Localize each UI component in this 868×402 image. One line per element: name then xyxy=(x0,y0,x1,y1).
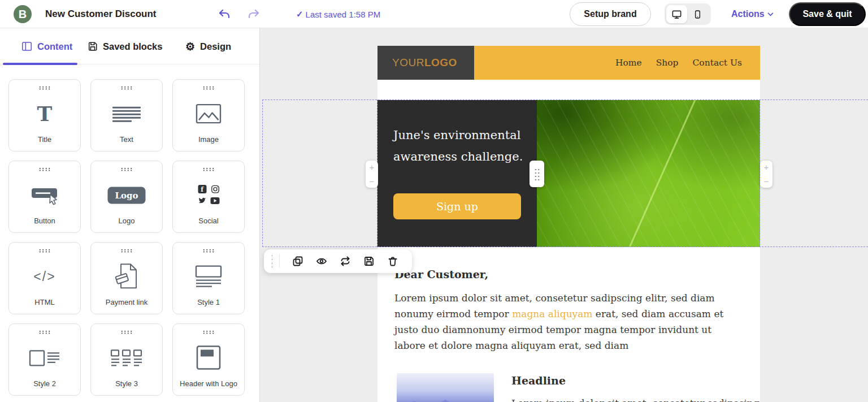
instagram-icon xyxy=(211,185,219,193)
increase-button[interactable]: + xyxy=(764,163,769,171)
hero-text-column: June's environmental awareness challenge… xyxy=(377,100,537,247)
style-2-icon xyxy=(29,348,60,368)
check-icon: ✓ xyxy=(296,9,303,19)
chevron-down-icon xyxy=(767,12,774,16)
nav-link-home[interactable]: Home xyxy=(615,58,642,68)
tab-content[interactable]: Content xyxy=(21,28,72,64)
drag-dots-icon xyxy=(120,249,133,253)
email-canvas: YOURLOGO Home Shop Contact Us June's env… xyxy=(260,28,868,402)
device-preview-toggle xyxy=(665,3,711,25)
block-label: Logo xyxy=(91,217,162,225)
save-quit-button[interactable]: Save & quit xyxy=(789,2,866,26)
email-brand-logo[interactable]: YOURLOGO xyxy=(377,46,474,80)
block-card-style-2[interactable]: Style 2 xyxy=(8,323,81,396)
logo-icon: Logo xyxy=(107,187,145,204)
setup-brand-button[interactable]: Setup brand xyxy=(570,2,651,26)
image-icon xyxy=(196,103,222,124)
header-with-logo-icon xyxy=(196,345,221,370)
save-row-button[interactable] xyxy=(363,256,375,267)
tab-label: Content xyxy=(37,41,72,52)
drag-dots-icon xyxy=(120,167,133,171)
sidebar-tabs: Content Saved blocks ⚙ Design xyxy=(0,28,259,64)
drag-dots-icon xyxy=(38,330,51,334)
block-label: Button xyxy=(9,217,80,225)
undo-button[interactable] xyxy=(218,7,231,21)
drag-dots-icon xyxy=(38,249,51,253)
block-label: Text xyxy=(91,135,162,144)
drag-dots-icon xyxy=(534,168,540,180)
hero-row[interactable]: June's environmental awareness challenge… xyxy=(377,100,760,247)
desktop-preview-button[interactable] xyxy=(666,5,687,23)
feature-headline[interactable]: Headline xyxy=(511,374,566,387)
redo-button[interactable] xyxy=(247,7,261,21)
duplicate-icon xyxy=(292,256,303,267)
saved-blocks-icon xyxy=(88,41,98,51)
document-title[interactable]: New Customer Discount xyxy=(45,0,156,28)
block-card-logo[interactable]: Logo Logo xyxy=(90,161,163,233)
button-icon xyxy=(31,185,59,205)
mountain-image[interactable] xyxy=(397,373,494,402)
phone-icon xyxy=(693,10,702,19)
nav-link-contact[interactable]: Contact Us xyxy=(693,58,743,68)
swap-row-button[interactable] xyxy=(340,256,351,267)
row-drag-handle-icon[interactable] xyxy=(271,254,272,269)
duplicate-row-button[interactable] xyxy=(292,256,303,267)
hero-heading[interactable]: June's environmental awareness challenge… xyxy=(393,124,529,167)
signup-button[interactable]: Sign up xyxy=(393,193,521,219)
drag-dots-icon xyxy=(120,330,133,334)
redo-icon xyxy=(247,7,261,21)
monitor-icon xyxy=(671,9,682,20)
last-saved-text: Last saved 1:58 PM xyxy=(306,10,381,19)
block-label: HTML xyxy=(9,298,80,306)
paragraph-link[interactable]: magna aliquyam xyxy=(512,308,592,319)
tab-label: Saved blocks xyxy=(103,41,162,52)
style-3-icon xyxy=(110,349,143,367)
decrease-button[interactable]: − xyxy=(370,177,375,185)
block-card-social[interactable]: f Social xyxy=(172,161,245,233)
delete-row-button[interactable] xyxy=(387,256,398,267)
column-drag-handle[interactable] xyxy=(530,161,544,187)
tab-design[interactable]: ⚙ Design xyxy=(185,28,231,64)
mobile-preview-button[interactable] xyxy=(687,5,708,23)
text-icon xyxy=(112,107,141,122)
block-label: Image xyxy=(173,135,244,144)
eye-icon xyxy=(316,256,327,267)
gear-icon: ⚙ xyxy=(185,41,195,52)
sidebar: Content Saved blocks ⚙ Design T Title xyxy=(0,28,260,402)
row-toolbar xyxy=(264,249,412,273)
active-tab-underline xyxy=(3,63,77,65)
block-card-html[interactable]: </> HTML xyxy=(8,242,81,314)
email-paragraph[interactable]: Lorem ipsum dolor sit amet, consetetur s… xyxy=(394,290,734,353)
actions-label: Actions xyxy=(731,9,765,19)
block-card-header-with-logo[interactable]: Header with Logo xyxy=(172,323,245,396)
brand-logo[interactable]: B xyxy=(14,5,32,23)
block-label: Style 1 xyxy=(173,298,244,306)
row-width-control-right: + − xyxy=(760,161,772,188)
block-card-image[interactable]: Image xyxy=(172,79,245,152)
block-label: Social xyxy=(173,217,244,225)
block-card-title[interactable]: T Title xyxy=(8,79,81,152)
brand-logo-letter: B xyxy=(19,8,27,21)
actions-menu-button[interactable]: Actions xyxy=(731,0,774,28)
decrease-button[interactable]: − xyxy=(764,177,769,185)
undo-icon xyxy=(218,7,231,21)
youtube-icon xyxy=(211,197,220,204)
facebook-icon: f xyxy=(198,185,206,193)
hide-row-button[interactable] xyxy=(316,256,327,267)
block-card-payment-link[interactable]: Payment link xyxy=(90,242,163,314)
increase-button[interactable]: + xyxy=(370,163,375,171)
block-label: Header with Logo xyxy=(173,379,244,388)
tab-saved-blocks[interactable]: Saved blocks xyxy=(88,28,162,64)
leaf-image[interactable] xyxy=(537,100,760,247)
nav-link-shop[interactable]: Shop xyxy=(656,58,679,68)
block-card-style-1[interactable]: Style 1 xyxy=(172,242,245,314)
email-header-row[interactable]: YOURLOGO Home Shop Contact Us xyxy=(377,46,760,80)
block-card-text[interactable]: Text xyxy=(90,79,163,152)
block-card-button[interactable]: Button xyxy=(8,161,81,233)
content-panel-icon xyxy=(21,41,32,51)
feature-text[interactable]: Lorem ipsum dolor sit amet, consetetur s… xyxy=(511,397,754,402)
block-label: Style 3 xyxy=(91,379,162,388)
title-icon: T xyxy=(37,102,53,126)
save-icon xyxy=(363,256,375,267)
block-card-style-3[interactable]: Style 3 xyxy=(90,323,163,396)
